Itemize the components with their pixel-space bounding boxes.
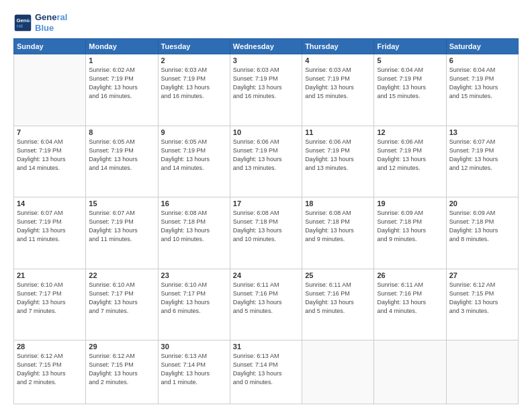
day-number: 19 (377, 199, 443, 208)
calendar-cell: 20Sunrise: 6:09 AM Sunset: 7:18 PM Dayli… (446, 197, 518, 269)
page-header: Gene ral General Blue (13, 12, 519, 33)
day-number: 31 (233, 342, 299, 351)
calendar-cell: 1Sunrise: 6:02 AM Sunset: 7:19 PM Daylig… (86, 54, 158, 126)
day-number: 24 (233, 271, 299, 279)
day-info: Sunrise: 6:06 AM Sunset: 7:19 PM Dayligh… (377, 138, 443, 173)
day-number: 17 (233, 199, 299, 208)
day-number: 22 (89, 271, 154, 279)
day-info: Sunrise: 6:07 AM Sunset: 7:19 PM Dayligh… (449, 138, 515, 173)
day-info: Sunrise: 6:04 AM Sunset: 7:19 PM Dayligh… (449, 66, 515, 101)
calendar-week-row: 28Sunrise: 6:12 AM Sunset: 7:15 PM Dayli… (14, 340, 519, 404)
calendar-header-cell: Tuesday (158, 39, 230, 54)
day-info: Sunrise: 6:13 AM Sunset: 7:14 PM Dayligh… (161, 352, 227, 387)
day-number: 16 (161, 199, 227, 208)
logo-icon: Gene ral (13, 13, 32, 32)
calendar-cell: 22Sunrise: 6:10 AM Sunset: 7:17 PM Dayli… (86, 269, 158, 340)
calendar-header-cell: Sunday (14, 39, 86, 54)
calendar-cell (374, 340, 446, 404)
day-info: Sunrise: 6:10 AM Sunset: 7:17 PM Dayligh… (17, 281, 83, 316)
day-info: Sunrise: 6:03 AM Sunset: 7:19 PM Dayligh… (305, 66, 371, 101)
calendar-cell: 27Sunrise: 6:12 AM Sunset: 7:15 PM Dayli… (446, 269, 518, 340)
calendar-cell: 9Sunrise: 6:05 AM Sunset: 7:19 PM Daylig… (158, 126, 230, 197)
calendar-cell (302, 340, 374, 404)
day-info: Sunrise: 6:04 AM Sunset: 7:19 PM Dayligh… (17, 138, 83, 173)
calendar-cell: 29Sunrise: 6:12 AM Sunset: 7:15 PM Dayli… (86, 340, 158, 404)
day-info: Sunrise: 6:06 AM Sunset: 7:19 PM Dayligh… (233, 138, 299, 173)
calendar-cell: 7Sunrise: 6:04 AM Sunset: 7:19 PM Daylig… (14, 126, 86, 197)
calendar-cell: 11Sunrise: 6:06 AM Sunset: 7:19 PM Dayli… (302, 126, 374, 197)
calendar-cell: 16Sunrise: 6:08 AM Sunset: 7:18 PM Dayli… (158, 197, 230, 269)
day-info: Sunrise: 6:03 AM Sunset: 7:19 PM Dayligh… (161, 66, 227, 101)
day-info: Sunrise: 6:09 AM Sunset: 7:18 PM Dayligh… (377, 209, 443, 244)
day-number: 1 (89, 56, 154, 64)
calendar-cell: 23Sunrise: 6:10 AM Sunset: 7:17 PM Dayli… (158, 269, 230, 340)
day-info: Sunrise: 6:11 AM Sunset: 7:16 PM Dayligh… (305, 281, 371, 316)
day-number: 4 (305, 56, 371, 64)
day-number: 20 (449, 199, 515, 208)
calendar-cell: 6Sunrise: 6:04 AM Sunset: 7:19 PM Daylig… (446, 54, 518, 126)
day-number: 28 (17, 342, 83, 351)
day-number: 12 (377, 128, 443, 136)
day-number: 15 (89, 199, 154, 208)
day-info: Sunrise: 6:10 AM Sunset: 7:17 PM Dayligh… (161, 281, 227, 316)
day-info: Sunrise: 6:09 AM Sunset: 7:18 PM Dayligh… (449, 209, 515, 244)
day-number: 9 (161, 128, 227, 136)
calendar-cell: 15Sunrise: 6:07 AM Sunset: 7:19 PM Dayli… (86, 197, 158, 269)
day-number: 13 (449, 128, 515, 136)
calendar-cell: 8Sunrise: 6:05 AM Sunset: 7:19 PM Daylig… (86, 126, 158, 197)
day-number: 3 (233, 56, 299, 64)
day-info: Sunrise: 6:10 AM Sunset: 7:17 PM Dayligh… (89, 281, 154, 316)
day-info: Sunrise: 6:05 AM Sunset: 7:19 PM Dayligh… (161, 138, 227, 173)
calendar-cell: 4Sunrise: 6:03 AM Sunset: 7:19 PM Daylig… (302, 54, 374, 126)
logo: Gene ral General Blue (13, 12, 67, 33)
day-info: Sunrise: 6:05 AM Sunset: 7:19 PM Dayligh… (89, 138, 154, 173)
calendar-cell: 3Sunrise: 6:03 AM Sunset: 7:19 PM Daylig… (230, 54, 302, 126)
day-info: Sunrise: 6:11 AM Sunset: 7:16 PM Dayligh… (377, 281, 443, 316)
calendar-cell (14, 54, 86, 126)
day-info: Sunrise: 6:04 AM Sunset: 7:19 PM Dayligh… (377, 66, 443, 101)
day-info: Sunrise: 6:02 AM Sunset: 7:19 PM Dayligh… (89, 66, 154, 101)
calendar-header-row: SundayMondayTuesdayWednesdayThursdayFrid… (14, 39, 519, 54)
day-number: 21 (17, 271, 83, 279)
day-info: Sunrise: 6:08 AM Sunset: 7:18 PM Dayligh… (233, 209, 299, 244)
day-number: 7 (17, 128, 83, 136)
calendar-body: 1Sunrise: 6:02 AM Sunset: 7:19 PM Daylig… (14, 54, 519, 404)
day-info: Sunrise: 6:12 AM Sunset: 7:15 PM Dayligh… (89, 352, 154, 387)
calendar-header-cell: Monday (86, 39, 158, 54)
day-info: Sunrise: 6:13 AM Sunset: 7:14 PM Dayligh… (233, 352, 299, 387)
day-info: Sunrise: 6:07 AM Sunset: 7:19 PM Dayligh… (89, 209, 154, 244)
day-number: 2 (161, 56, 227, 64)
day-number: 6 (449, 56, 515, 64)
day-number: 11 (305, 128, 371, 136)
calendar-header-cell: Saturday (446, 39, 518, 54)
calendar-header-cell: Wednesday (230, 39, 302, 54)
calendar-cell: 12Sunrise: 6:06 AM Sunset: 7:19 PM Dayli… (374, 126, 446, 197)
calendar-cell: 14Sunrise: 6:07 AM Sunset: 7:19 PM Dayli… (14, 197, 86, 269)
calendar-cell (446, 340, 518, 404)
day-number: 5 (377, 56, 443, 64)
day-info: Sunrise: 6:11 AM Sunset: 7:16 PM Dayligh… (233, 281, 299, 316)
day-info: Sunrise: 6:03 AM Sunset: 7:19 PM Dayligh… (233, 66, 299, 101)
day-info: Sunrise: 6:12 AM Sunset: 7:15 PM Dayligh… (449, 281, 515, 316)
day-number: 26 (377, 271, 443, 279)
day-info: Sunrise: 6:12 AM Sunset: 7:15 PM Dayligh… (17, 352, 83, 387)
day-info: Sunrise: 6:07 AM Sunset: 7:19 PM Dayligh… (17, 209, 83, 244)
logo-text: General Blue (35, 12, 67, 33)
calendar-table: SundayMondayTuesdayWednesdayThursdayFrid… (13, 38, 519, 404)
calendar-cell: 21Sunrise: 6:10 AM Sunset: 7:17 PM Dayli… (14, 269, 86, 340)
day-number: 25 (305, 271, 371, 279)
calendar-cell: 19Sunrise: 6:09 AM Sunset: 7:18 PM Dayli… (374, 197, 446, 269)
calendar-week-row: 7Sunrise: 6:04 AM Sunset: 7:19 PM Daylig… (14, 126, 519, 197)
day-number: 27 (449, 271, 515, 279)
calendar-cell: 10Sunrise: 6:06 AM Sunset: 7:19 PM Dayli… (230, 126, 302, 197)
calendar-cell: 25Sunrise: 6:11 AM Sunset: 7:16 PM Dayli… (302, 269, 374, 340)
calendar-cell: 24Sunrise: 6:11 AM Sunset: 7:16 PM Dayli… (230, 269, 302, 340)
calendar-week-row: 21Sunrise: 6:10 AM Sunset: 7:17 PM Dayli… (14, 269, 519, 340)
day-number: 29 (89, 342, 154, 351)
day-info: Sunrise: 6:06 AM Sunset: 7:19 PM Dayligh… (305, 138, 371, 173)
svg-text:ral: ral (16, 23, 23, 29)
calendar-cell: 5Sunrise: 6:04 AM Sunset: 7:19 PM Daylig… (374, 54, 446, 126)
calendar-header-cell: Friday (374, 39, 446, 54)
calendar-cell: 2Sunrise: 6:03 AM Sunset: 7:19 PM Daylig… (158, 54, 230, 126)
calendar-week-row: 14Sunrise: 6:07 AM Sunset: 7:19 PM Dayli… (14, 197, 519, 269)
